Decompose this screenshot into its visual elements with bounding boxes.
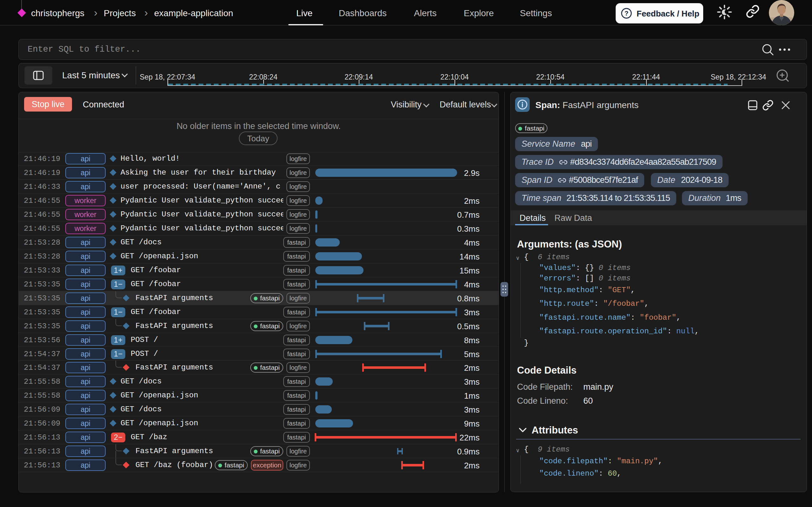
svg-text:?: ? <box>624 10 628 17</box>
